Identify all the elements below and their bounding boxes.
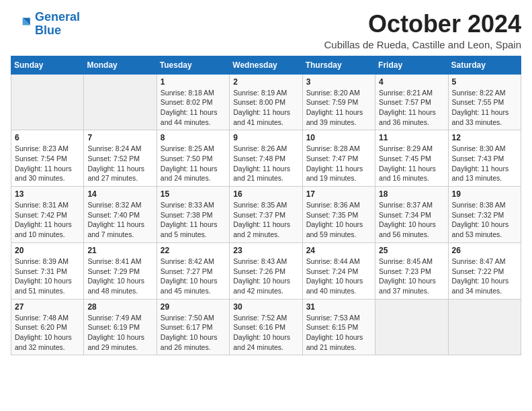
day-info: Sunrise: 8:24 AMSunset: 7:52 PMDaylight:… bbox=[87, 144, 152, 183]
calendar-cell: 11Sunrise: 8:29 AMSunset: 7:45 PMDayligh… bbox=[375, 130, 448, 187]
calendar-cell: 29Sunrise: 7:50 AMSunset: 6:17 PMDayligh… bbox=[157, 299, 229, 355]
day-number: 28 bbox=[87, 302, 152, 312]
calendar-table: SundayMondayTuesdayWednesdayThursdayFrid… bbox=[11, 56, 521, 356]
calendar-cell: 5Sunrise: 8:22 AMSunset: 7:55 PMDaylight… bbox=[448, 74, 521, 130]
calendar-cell: 26Sunrise: 8:47 AMSunset: 7:22 PMDayligh… bbox=[448, 242, 521, 299]
weekday-header-saturday: Saturday bbox=[448, 56, 521, 74]
calendar-cell: 31Sunrise: 7:53 AMSunset: 6:15 PMDayligh… bbox=[302, 299, 375, 355]
calendar-cell: 10Sunrise: 8:28 AMSunset: 7:47 PMDayligh… bbox=[302, 130, 375, 187]
calendar-week-5: 27Sunrise: 7:48 AMSunset: 6:20 PMDayligh… bbox=[11, 299, 521, 355]
day-info: Sunrise: 8:44 AMSunset: 7:24 PMDaylight:… bbox=[306, 257, 371, 296]
weekday-header-tuesday: Tuesday bbox=[157, 56, 229, 74]
weekday-header-wednesday: Wednesday bbox=[230, 56, 302, 74]
day-info: Sunrise: 8:39 AMSunset: 7:31 PMDaylight:… bbox=[15, 257, 80, 296]
day-number: 7 bbox=[87, 133, 152, 142]
day-number: 12 bbox=[452, 133, 517, 142]
calendar-cell: 21Sunrise: 8:41 AMSunset: 7:29 PMDayligh… bbox=[84, 242, 157, 299]
logo-text: General Blue bbox=[35, 11, 80, 38]
day-number: 8 bbox=[161, 133, 226, 142]
day-number: 9 bbox=[233, 133, 298, 142]
calendar-cell: 15Sunrise: 8:33 AMSunset: 7:38 PMDayligh… bbox=[157, 187, 229, 243]
day-number: 16 bbox=[233, 189, 298, 199]
day-number: 17 bbox=[306, 189, 371, 199]
calendar-week-2: 6Sunrise: 8:23 AMSunset: 7:54 PMDaylight… bbox=[11, 130, 521, 187]
day-number: 31 bbox=[306, 302, 371, 312]
day-number: 19 bbox=[452, 189, 517, 199]
calendar-cell: 9Sunrise: 8:26 AMSunset: 7:48 PMDaylight… bbox=[230, 130, 302, 187]
calendar-cell: 7Sunrise: 8:24 AMSunset: 7:52 PMDaylight… bbox=[84, 130, 157, 187]
location-title: Cubillas de Rueda, Castille and Leon, Sp… bbox=[324, 39, 521, 50]
weekday-header-friday: Friday bbox=[375, 56, 448, 74]
day-info: Sunrise: 8:29 AMSunset: 7:45 PMDaylight:… bbox=[379, 144, 444, 183]
weekday-header-monday: Monday bbox=[84, 56, 157, 74]
logo-general: General bbox=[35, 10, 80, 24]
day-number: 3 bbox=[306, 77, 371, 87]
page-header: General Blue October 2024 Cubillas de Ru… bbox=[11, 11, 521, 50]
calendar-cell: 16Sunrise: 8:35 AMSunset: 7:37 PMDayligh… bbox=[230, 187, 302, 243]
calendar-cell: 23Sunrise: 8:43 AMSunset: 7:26 PMDayligh… bbox=[230, 242, 302, 299]
calendar-cell: 18Sunrise: 8:37 AMSunset: 7:34 PMDayligh… bbox=[375, 187, 448, 243]
calendar-cell: 6Sunrise: 8:23 AMSunset: 7:54 PMDaylight… bbox=[11, 130, 84, 187]
day-info: Sunrise: 8:38 AMSunset: 7:32 PMDaylight:… bbox=[452, 200, 517, 240]
calendar-cell: 25Sunrise: 8:45 AMSunset: 7:23 PMDayligh… bbox=[375, 242, 448, 299]
calendar-cell: 24Sunrise: 8:44 AMSunset: 7:24 PMDayligh… bbox=[302, 242, 375, 299]
weekday-header-sunday: Sunday bbox=[11, 56, 84, 74]
day-info: Sunrise: 8:30 AMSunset: 7:43 PMDaylight:… bbox=[452, 144, 517, 183]
day-info: Sunrise: 8:22 AMSunset: 7:55 PMDaylight:… bbox=[452, 88, 517, 128]
day-number: 18 bbox=[379, 189, 444, 199]
weekday-header-thursday: Thursday bbox=[302, 56, 375, 74]
day-number: 5 bbox=[452, 77, 517, 87]
calendar-cell bbox=[11, 74, 84, 130]
day-info: Sunrise: 8:47 AMSunset: 7:22 PMDaylight:… bbox=[452, 257, 517, 296]
title-section: October 2024 Cubillas de Rueda, Castille… bbox=[324, 11, 521, 50]
logo-blue: Blue bbox=[35, 24, 61, 37]
calendar-cell: 3Sunrise: 8:20 AMSunset: 7:59 PMDaylight… bbox=[302, 74, 375, 130]
calendar-cell bbox=[448, 299, 521, 355]
day-info: Sunrise: 8:41 AMSunset: 7:29 PMDaylight:… bbox=[87, 257, 152, 296]
day-number: 27 bbox=[15, 302, 80, 312]
calendar-cell bbox=[84, 74, 157, 130]
calendar-cell: 12Sunrise: 8:30 AMSunset: 7:43 PMDayligh… bbox=[448, 130, 521, 187]
logo-icon bbox=[11, 13, 32, 35]
day-number: 10 bbox=[306, 133, 371, 142]
day-info: Sunrise: 7:48 AMSunset: 6:20 PMDaylight:… bbox=[15, 313, 80, 353]
calendar-week-3: 13Sunrise: 8:31 AMSunset: 7:42 PMDayligh… bbox=[11, 187, 521, 243]
day-info: Sunrise: 8:45 AMSunset: 7:23 PMDaylight:… bbox=[379, 257, 444, 296]
day-info: Sunrise: 8:43 AMSunset: 7:26 PMDaylight:… bbox=[233, 257, 298, 296]
day-number: 14 bbox=[87, 189, 152, 199]
day-number: 1 bbox=[161, 77, 226, 87]
day-number: 30 bbox=[233, 302, 298, 312]
calendar-cell: 13Sunrise: 8:31 AMSunset: 7:42 PMDayligh… bbox=[11, 187, 84, 243]
calendar-cell: 1Sunrise: 8:18 AMSunset: 8:02 PMDaylight… bbox=[157, 74, 229, 130]
day-info: Sunrise: 8:32 AMSunset: 7:40 PMDaylight:… bbox=[87, 200, 152, 240]
day-info: Sunrise: 7:50 AMSunset: 6:17 PMDaylight:… bbox=[161, 313, 226, 353]
calendar-cell: 28Sunrise: 7:49 AMSunset: 6:19 PMDayligh… bbox=[84, 299, 157, 355]
calendar-cell: 8Sunrise: 8:25 AMSunset: 7:50 PMDaylight… bbox=[157, 130, 229, 187]
calendar-cell: 20Sunrise: 8:39 AMSunset: 7:31 PMDayligh… bbox=[11, 242, 84, 299]
day-info: Sunrise: 8:37 AMSunset: 7:34 PMDaylight:… bbox=[379, 200, 444, 240]
day-info: Sunrise: 8:20 AMSunset: 7:59 PMDaylight:… bbox=[306, 88, 371, 128]
day-number: 21 bbox=[87, 246, 152, 255]
calendar-cell: 2Sunrise: 8:19 AMSunset: 8:00 PMDaylight… bbox=[230, 74, 302, 130]
day-number: 24 bbox=[306, 246, 371, 255]
month-title: October 2024 bbox=[324, 11, 521, 38]
day-info: Sunrise: 8:19 AMSunset: 8:00 PMDaylight:… bbox=[233, 88, 298, 128]
calendar-week-4: 20Sunrise: 8:39 AMSunset: 7:31 PMDayligh… bbox=[11, 242, 521, 299]
day-info: Sunrise: 8:35 AMSunset: 7:37 PMDaylight:… bbox=[233, 200, 298, 240]
day-number: 11 bbox=[379, 133, 444, 142]
day-info: Sunrise: 7:53 AMSunset: 6:15 PMDaylight:… bbox=[306, 313, 371, 353]
calendar-cell: 19Sunrise: 8:38 AMSunset: 7:32 PMDayligh… bbox=[448, 187, 521, 243]
day-number: 15 bbox=[161, 189, 226, 199]
day-number: 23 bbox=[233, 246, 298, 255]
day-info: Sunrise: 8:26 AMSunset: 7:48 PMDaylight:… bbox=[233, 144, 298, 183]
calendar-cell: 22Sunrise: 8:42 AMSunset: 7:27 PMDayligh… bbox=[157, 242, 229, 299]
weekday-header-row: SundayMondayTuesdayWednesdayThursdayFrid… bbox=[11, 56, 521, 74]
calendar-cell: 14Sunrise: 8:32 AMSunset: 7:40 PMDayligh… bbox=[84, 187, 157, 243]
calendar-cell: 4Sunrise: 8:21 AMSunset: 7:57 PMDaylight… bbox=[375, 74, 448, 130]
logo: General Blue bbox=[11, 11, 80, 38]
day-number: 4 bbox=[379, 77, 444, 87]
day-number: 13 bbox=[15, 189, 80, 199]
day-info: Sunrise: 8:42 AMSunset: 7:27 PMDaylight:… bbox=[161, 257, 226, 296]
calendar-cell: 30Sunrise: 7:52 AMSunset: 6:16 PMDayligh… bbox=[230, 299, 302, 355]
day-info: Sunrise: 8:36 AMSunset: 7:35 PMDaylight:… bbox=[306, 200, 371, 240]
